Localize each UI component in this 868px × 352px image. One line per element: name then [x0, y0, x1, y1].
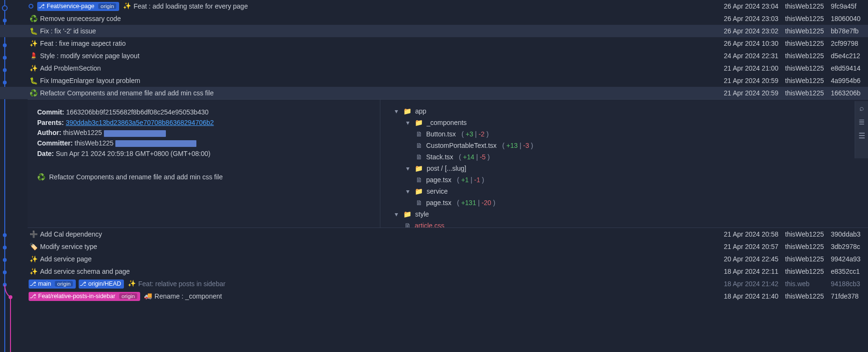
tree-file[interactable]: 🗎page.tsx ( +131 | -20 )	[384, 197, 864, 208]
author-email-redacted	[104, 130, 166, 137]
commit-hash: 71fde378	[826, 292, 864, 300]
diff-stats: ( +131 | -20 )	[455, 199, 495, 207]
commit-row[interactable]: ✨Add ProblemSection21 Apr 2024 21:00this…	[0, 62, 868, 74]
branch-name: Feat/relative-posts-in-sidebar	[38, 293, 115, 300]
commit-message-text: Refactor Components and rename file and …	[40, 89, 214, 97]
list-view-icon[interactable]: ≣	[858, 117, 865, 126]
commit-row[interactable]: ♻️Remove unnecessary code26 Apr 2024 23:…	[0, 12, 868, 25]
folder-glyph-icon: 📁	[403, 107, 411, 115]
folder-glyph-icon: 📁	[415, 165, 423, 172]
file-icon: 🗎	[416, 153, 422, 161]
commit-author: this.web	[778, 280, 826, 288]
commit-row[interactable]: 💄Style : modify service page layout24 Ap…	[0, 50, 868, 62]
commit-row[interactable]: 🏷️Modify service type21 Apr 2024 20:57th…	[0, 240, 868, 253]
branch-tag[interactable]: ⎇Feat/relative-posts-in-sidebarorigin	[29, 292, 140, 301]
commit-date: 26 Apr 2024 23:04	[707, 2, 778, 10]
commit-row[interactable]: ⎇Feat/service-pageorigin✨Feat : add load…	[0, 0, 868, 12]
commit-message-text: Feat : fixe image aspect ratio	[40, 40, 126, 47]
commit-row[interactable]: ✨Add service schema and page18 Apr 2024 …	[0, 265, 868, 278]
folder-glyph-icon: 📁	[403, 210, 411, 218]
commit-row[interactable]: ✨Feat : fixe image aspect ratio26 Apr 20…	[0, 37, 868, 50]
commit-author: thisWeb1225	[778, 2, 826, 10]
commit-hash: 94188cb3	[826, 280, 864, 288]
commit-hash: 9fc9a45f	[826, 2, 864, 10]
tree-file[interactable]: 🗎CustomPortableText.tsx ( +13 | -3 )	[384, 140, 864, 151]
commit-row[interactable]: ⎇mainorigin⎇origin/HEAD✨Feat: relative p…	[0, 278, 868, 290]
label-parents: Parents:	[37, 119, 64, 126]
commit-summary: ➕Add Cal dependency	[29, 230, 707, 238]
gitmoji-icon: ♻️	[29, 15, 38, 22]
commit-summary: 🐛Fix : fix '-2' id issue	[29, 27, 707, 35]
commit-summary: 🏷️Modify service type	[29, 243, 707, 250]
commit-row[interactable]: ♻️Refactor Components and rename file an…	[0, 87, 868, 99]
branch-tag[interactable]: ⎇mainorigin	[29, 280, 76, 289]
folder-glyph-icon: 📁	[415, 119, 423, 126]
tree-file[interactable]: 🗎article.css	[384, 220, 864, 228]
changed-files-tree[interactable]: ▾📁app▾📁_components🗎Button.tsx ( +3 | -2 …	[380, 100, 868, 228]
branch-tag[interactable]: ⎇origin/HEAD	[79, 280, 124, 289]
commit-date: 21 Apr 2024 20:59	[707, 89, 778, 97]
remote-badge: origin	[119, 293, 137, 299]
file-icon: 🗎	[416, 130, 422, 138]
commit-date: Sun Apr 21 2024 20:59:18 GMT+0800 (GMT+0…	[56, 150, 211, 157]
search-icon[interactable]: ⌕	[859, 104, 864, 113]
commit-author: thisWeb1225	[778, 255, 826, 263]
commit-author: thisWeb1225	[778, 15, 826, 22]
label-author: Author:	[37, 129, 61, 136]
tree-folder[interactable]: ▾📁_components	[384, 117, 864, 128]
folder-icon: ▾	[393, 107, 399, 115]
commit-date: 20 Apr 2024 22:45	[707, 255, 778, 263]
remote-badge: origin	[98, 3, 116, 9]
gitmoji-icon: ✨	[29, 40, 38, 47]
tree-file[interactable]: 🗎Button.tsx ( +3 | -2 )	[384, 128, 864, 140]
commit-date: 21 Apr 2024 20:59	[707, 77, 778, 84]
tree-node-name: post / [...slug]	[427, 165, 466, 172]
commit-message-text: Add ProblemSection	[40, 64, 101, 72]
commit-row[interactable]: ➕Add Cal dependency21 Apr 2024 20:58this…	[0, 228, 868, 240]
gitmoji-icon: ✨	[127, 280, 136, 287]
commit-summary: 🐛Fix ImageEnlarger layout problem	[29, 77, 707, 84]
tree-file[interactable]: 🗎Stack.tsx ( +14 | -5 )	[384, 151, 864, 163]
commit-date: 26 Apr 2024 23:03	[707, 15, 778, 22]
commit-row[interactable]: ✨Add service page20 Apr 2024 22:45thisWe…	[0, 253, 868, 265]
commit-hash: 390ddab3	[826, 230, 864, 238]
label-commit: Commit:	[37, 108, 64, 116]
commit-message: Refactor Components and rename file and …	[49, 172, 223, 183]
commit-author: thisWeb1225	[778, 77, 826, 84]
tree-view-icon[interactable]: ☰	[858, 131, 865, 140]
commit-message-text: Fix : fix '-2' id issue	[40, 27, 96, 35]
commit-author: thisWeb1225	[778, 243, 826, 250]
detail-side-rail: ⌕ ≣ ☰	[855, 101, 868, 158]
commit-message-text: Add Cal dependency	[40, 230, 102, 238]
committer-name: thisWeb1225	[75, 139, 113, 147]
tree-file[interactable]: 🗎page.tsx ( +1 | -1 )	[384, 174, 864, 186]
commit-date: 18 Apr 2024 21:42	[707, 280, 778, 288]
branch-icon: ⎇	[38, 3, 45, 10]
tree-node-name: _components	[427, 119, 467, 126]
tree-node-name: article.css	[415, 222, 444, 228]
commit-detail-pane: Commit: 1663206bb9f2155682f8b6df08c254e9…	[28, 99, 868, 228]
commit-row[interactable]: 🐛Fix ImageEnlarger layout problem21 Apr …	[0, 74, 868, 87]
diff-stats: ( +13 | -3 )	[500, 142, 533, 149]
tree-folder[interactable]: ▾📁style	[384, 208, 864, 220]
commit-message-text: Feat : add loading state for every page	[133, 2, 248, 10]
folder-icon: ▾	[404, 165, 411, 172]
commit-author: thisWeb1225	[778, 89, 826, 97]
folder-icon: ▾	[404, 187, 411, 195]
branch-tag[interactable]: ⎇Feat/service-pageorigin	[37, 2, 119, 11]
gitmoji-icon: ♻️	[29, 89, 38, 97]
tree-folder[interactable]: ▾📁service	[384, 186, 864, 197]
tree-folder[interactable]: ▾📁post / [...slug]	[384, 163, 864, 174]
tree-node-name: Stack.tsx	[426, 153, 453, 161]
author-name: thisWeb1225	[63, 129, 102, 136]
commit-row[interactable]: 🐛Fix : fix '-2' id issue26 Apr 2024 23:0…	[0, 25, 868, 37]
commit-sha[interactable]: 1663206bb9f2155682f8b6df08c254e95053b430	[66, 108, 209, 116]
commit-summary: ♻️Remove unnecessary code	[29, 15, 707, 22]
parent-link[interactable]: 390ddab3c13bd23863a5e70708b86368294706b2	[66, 119, 214, 126]
commit-row[interactable]: ⎇Feat/relative-posts-in-sidebarorigin🚚Re…	[0, 290, 868, 302]
commit-date: 18 Apr 2024 21:40	[707, 292, 778, 300]
tree-folder[interactable]: ▾📁app	[384, 105, 864, 117]
branch-icon: ⎇	[80, 280, 86, 287]
commit-summary: ♻️Refactor Components and rename file an…	[29, 89, 707, 97]
tree-node-name: CustomPortableText.tsx	[426, 142, 497, 149]
